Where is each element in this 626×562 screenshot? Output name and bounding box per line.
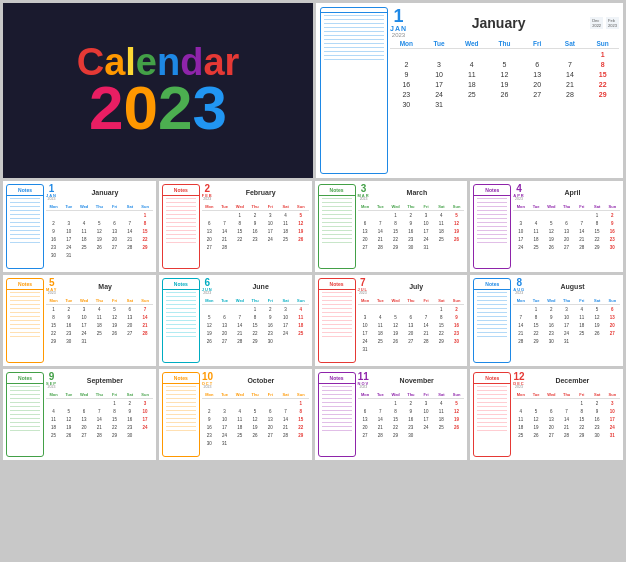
note-line bbox=[477, 230, 507, 231]
notes-lines bbox=[7, 384, 43, 456]
day-header: Thu bbox=[488, 40, 521, 47]
cal-day: 5 bbox=[388, 314, 403, 321]
days-header: MonTueWedThuFriSatSun bbox=[202, 392, 309, 399]
day-header: Tue bbox=[529, 204, 544, 209]
cal-day: 28 bbox=[554, 90, 587, 99]
day-header: Fri bbox=[574, 298, 589, 303]
day-header: Thu bbox=[92, 298, 107, 303]
cal-day: 22 bbox=[586, 80, 619, 89]
cal-day: 14 bbox=[554, 70, 587, 79]
notes-label: Notes bbox=[474, 185, 510, 196]
cal-day: 27 bbox=[217, 338, 232, 345]
cal-day: 4 bbox=[574, 306, 589, 313]
cal-day: 19 bbox=[202, 330, 217, 337]
cal-day: 8 bbox=[293, 408, 308, 415]
cal-day: 24 bbox=[419, 236, 434, 243]
cal-day: 19 bbox=[529, 424, 544, 431]
cal-day: 25 bbox=[373, 338, 388, 345]
day-header: Mon bbox=[513, 204, 528, 209]
cal-day bbox=[513, 212, 528, 219]
note-line bbox=[166, 410, 196, 411]
days-header: MonTueWedThuFriSatSun bbox=[358, 298, 465, 305]
cal-day bbox=[122, 338, 137, 345]
cal-day: 20 bbox=[122, 322, 137, 329]
cal-day: 18 bbox=[92, 322, 107, 329]
cal-day: 6 bbox=[559, 220, 574, 227]
note-line bbox=[324, 23, 384, 24]
cal-day: 5 bbox=[293, 212, 308, 219]
cal-day: 7 bbox=[232, 314, 247, 321]
cal-day bbox=[559, 400, 574, 407]
note-line bbox=[10, 202, 40, 203]
cal-day: 2 bbox=[590, 400, 605, 407]
cal-day bbox=[138, 338, 153, 345]
cal-day: 15 bbox=[388, 228, 403, 235]
cal-day: 3 bbox=[419, 212, 434, 219]
month-number: 8 AUG 2023 bbox=[513, 278, 525, 296]
cal-day: 13 bbox=[559, 228, 574, 235]
note-line bbox=[477, 210, 507, 211]
cal-day: 8 bbox=[107, 408, 122, 415]
month-number: 6 JUN 2023 bbox=[202, 278, 213, 296]
note-line bbox=[10, 296, 40, 297]
day-header: Sun bbox=[605, 392, 620, 397]
cal-day: 26 bbox=[92, 244, 107, 251]
cal-day: 5 bbox=[544, 220, 559, 227]
cal-day bbox=[202, 306, 217, 313]
cal-day: 10 bbox=[263, 220, 278, 227]
cal-day: 6 bbox=[521, 60, 554, 69]
note-line bbox=[10, 304, 40, 305]
cal-day: 31 bbox=[61, 252, 76, 259]
cal-day: 20 bbox=[544, 424, 559, 431]
cal-day: 2 bbox=[263, 306, 278, 313]
note-line bbox=[477, 328, 507, 329]
cal-day: 26 bbox=[248, 432, 263, 439]
cal-day: 22 bbox=[138, 236, 153, 243]
cal-grid: 1234567891011121314151617181920212223242… bbox=[46, 212, 153, 259]
notes-section: Notes bbox=[162, 184, 200, 269]
cal-day: 24 bbox=[513, 244, 528, 251]
note-line bbox=[477, 308, 507, 309]
notes-label: Notes bbox=[163, 185, 199, 196]
cal-day: 7 bbox=[574, 220, 589, 227]
cal-day bbox=[278, 244, 293, 251]
cal-day: 1 bbox=[574, 400, 589, 407]
notes-lines bbox=[321, 13, 387, 173]
cal-day: 17 bbox=[138, 416, 153, 423]
cal-day: 1 bbox=[107, 400, 122, 407]
cal-day bbox=[293, 440, 308, 447]
day-header: Wed bbox=[388, 298, 403, 303]
cal-day bbox=[554, 50, 587, 59]
cal-day: 27 bbox=[122, 330, 137, 337]
cal-day: 20 bbox=[521, 80, 554, 89]
cal-day: 12 bbox=[544, 228, 559, 235]
cal-day bbox=[77, 400, 92, 407]
cal-grid: 1234567891011121314151617181920212223242… bbox=[513, 212, 620, 251]
month-number: 1 JAN 2023 bbox=[390, 7, 407, 38]
day-header: Wed bbox=[77, 204, 92, 209]
cal-day: 27 bbox=[107, 244, 122, 251]
note-line bbox=[166, 386, 196, 387]
day-header: Sat bbox=[590, 204, 605, 209]
cal-day: 3 bbox=[358, 314, 373, 321]
day-header: Fri bbox=[107, 298, 122, 303]
note-line bbox=[322, 222, 352, 223]
cal-day bbox=[92, 212, 107, 219]
cal-day: 31 bbox=[419, 244, 434, 251]
cal-day: 10 bbox=[605, 408, 620, 415]
cal-day: 19 bbox=[449, 228, 464, 235]
cal-day: 15 bbox=[46, 322, 61, 329]
cal-day: 11 bbox=[373, 322, 388, 329]
cal-day: 18 bbox=[574, 322, 589, 329]
cal-day: 22 bbox=[248, 330, 263, 337]
cal-day: 12 bbox=[107, 314, 122, 321]
note-line bbox=[324, 39, 384, 40]
cal-day: 3 bbox=[605, 400, 620, 407]
cal-day: 8 bbox=[388, 408, 403, 415]
cal-day: 21 bbox=[513, 330, 528, 337]
note-line bbox=[166, 402, 196, 403]
cal-day bbox=[293, 338, 308, 345]
cal-day: 3 bbox=[138, 400, 153, 407]
cal-day: 24 bbox=[278, 330, 293, 337]
cal-day: 26 bbox=[488, 90, 521, 99]
